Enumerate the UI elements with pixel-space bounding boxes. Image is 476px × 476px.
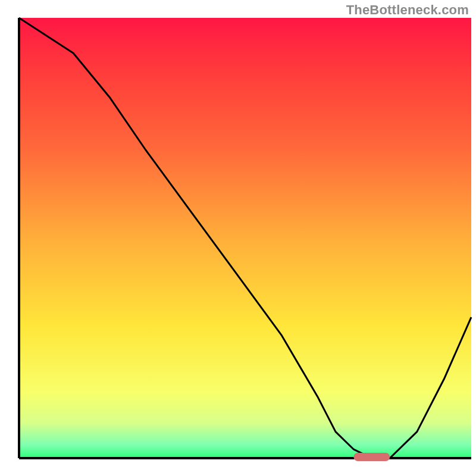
chart-svg [0,0,476,476]
bottleneck-chart [0,0,476,476]
chart-gradient-bg [19,18,471,458]
watermark-text: TheBottleneck.com [346,2,469,18]
optimal-marker [353,453,390,461]
